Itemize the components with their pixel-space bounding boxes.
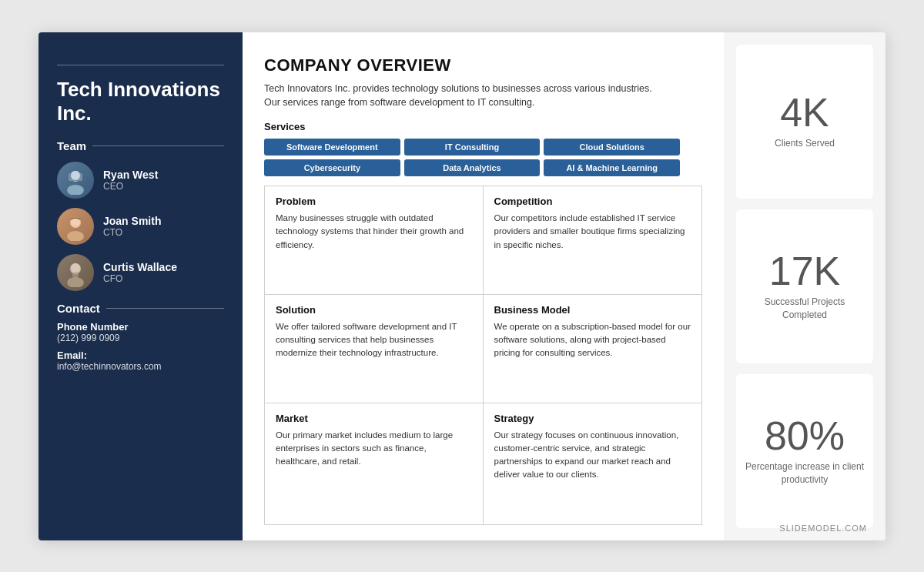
- stat-value-2: 80%: [765, 416, 845, 456]
- content-cell-5: Strategy Our strategy focuses on continu…: [484, 403, 702, 524]
- cell-title-0: Problem: [276, 196, 472, 207]
- member-name-curtis: Curtis Wallace: [103, 261, 177, 273]
- team-member-joan: Joan Smith CTO: [57, 208, 224, 245]
- cell-text-1: Our competitors include established IT s…: [494, 212, 691, 252]
- sidebar: Tech Innovations Inc. Team Ryan West: [38, 32, 243, 540]
- content-cell-3: Business Model We operate on a subscript…: [484, 295, 702, 403]
- cell-text-0: Many businesses struggle with outdated t…: [276, 212, 472, 252]
- services-grid: Software Development IT Consulting Cloud…: [264, 139, 680, 176]
- member-title-curtis: CFO: [103, 273, 177, 284]
- cell-text-4: Our primary market includes medium to la…: [276, 429, 472, 469]
- stats-panel: 4K Clients Served 17K Successful Project…: [724, 32, 886, 540]
- footer-branding: SLIDEMODEL.COM: [779, 523, 867, 533]
- svg-point-5: [67, 231, 84, 241]
- team-member-ryan: Ryan West CEO: [57, 162, 224, 199]
- service-tag-0: Software Development: [264, 139, 400, 156]
- member-info-joan: Joan Smith CTO: [103, 215, 161, 238]
- top-divider: [57, 65, 224, 65]
- services-section: Services Software Development IT Consult…: [264, 121, 702, 176]
- member-title-joan: CTO: [103, 227, 161, 238]
- stat-value-0: 4K: [780, 92, 829, 132]
- member-name-ryan: Ryan West: [103, 169, 158, 181]
- main-content: COMPANY OVERVIEW Tech Innovators Inc. pr…: [243, 32, 724, 540]
- stat-label-2: Percentage increase in client productivi…: [744, 460, 865, 487]
- service-tag-4: Data Analytics: [404, 159, 541, 176]
- stat-value-1: 17K: [769, 251, 841, 291]
- email-contact: Email: info@techinnovators.com: [57, 350, 224, 372]
- svg-point-3: [71, 171, 80, 180]
- service-tag-2: Cloud Solutions: [544, 139, 680, 156]
- service-tag-1: IT Consulting: [404, 139, 541, 156]
- service-tag-3: Cybersecurity: [264, 159, 400, 176]
- content-cell-4: Market Our primary market includes mediu…: [265, 403, 484, 524]
- content-grid: Problem Many businesses struggle with ou…: [264, 186, 702, 525]
- cell-text-3: We operate on a subscription-based model…: [494, 320, 691, 360]
- team-section-label: Team: [57, 139, 224, 152]
- cell-title-3: Business Model: [494, 304, 691, 316]
- svg-point-9: [71, 263, 80, 273]
- company-name: Tech Innovations Inc.: [57, 78, 224, 125]
- avatar-ryan: [57, 162, 94, 199]
- slide-container: Tech Innovations Inc. Team Ryan West: [38, 32, 886, 540]
- contact-section: Contact Phone Number (212) 999 0909 Emai…: [57, 302, 224, 372]
- services-title: Services: [264, 121, 702, 132]
- stat-card-2: 80% Percentage increase in client produc…: [736, 374, 873, 528]
- phone-value: (212) 999 0909: [57, 333, 224, 343]
- team-label-line: [92, 146, 224, 147]
- avatar-curtis: [57, 254, 94, 291]
- phone-contact: Phone Number (212) 999 0909: [57, 321, 224, 343]
- member-info-curtis: Curtis Wallace CFO: [103, 261, 177, 284]
- team-member-curtis: Curtis Wallace CFO: [57, 254, 224, 291]
- stat-card-0: 4K Clients Served: [736, 45, 873, 199]
- contact-section-label: Contact: [57, 302, 224, 315]
- team-list: Ryan West CEO Joan Smith CTO: [57, 162, 224, 291]
- company-description: Tech Innovators Inc. provides technology…: [264, 82, 665, 111]
- stat-label-0: Clients Served: [775, 137, 835, 150]
- cell-text-5: Our strategy focuses on continuous innov…: [494, 429, 691, 482]
- avatar-joan: [57, 208, 94, 245]
- svg-point-10: [72, 272, 79, 278]
- member-name-joan: Joan Smith: [103, 215, 161, 227]
- svg-point-8: [67, 277, 84, 287]
- email-label: Email:: [57, 350, 224, 361]
- cell-title-4: Market: [276, 413, 472, 424]
- member-title-ryan: CEO: [103, 181, 158, 192]
- content-cell-1: Competition Our competitors include esta…: [484, 186, 702, 295]
- cell-title-5: Strategy: [494, 413, 691, 424]
- stat-card-1: 17K Successful Projects Completed: [736, 209, 873, 363]
- cell-text-2: We offer tailored software development a…: [276, 320, 472, 360]
- page-title: COMPANY OVERVIEW: [264, 55, 702, 75]
- cell-title-2: Solution: [276, 304, 472, 316]
- member-info-ryan: Ryan West CEO: [103, 169, 158, 192]
- svg-point-1: [67, 185, 84, 195]
- service-tag-5: AI & Machine Learning: [544, 159, 680, 176]
- stat-label-1: Successful Projects Completed: [744, 296, 865, 322]
- phone-label: Phone Number: [57, 321, 224, 333]
- cell-title-1: Competition: [494, 196, 691, 207]
- contact-label-line: [106, 308, 224, 309]
- content-cell-0: Problem Many businesses struggle with ou…: [265, 186, 484, 295]
- content-cell-2: Solution We offer tailored software deve…: [265, 295, 484, 403]
- email-value: info@techinnovators.com: [57, 361, 224, 372]
